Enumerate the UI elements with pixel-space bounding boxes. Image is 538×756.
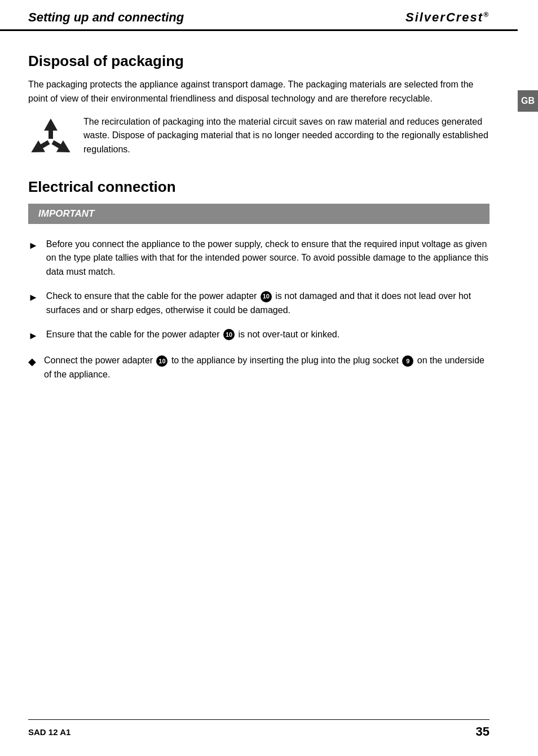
page-header: Setting up and connecting SilverCrest®	[0, 0, 518, 31]
bullet-1-text: Before you connect the appliance to the …	[46, 238, 490, 279]
bullet-4: ◆ Connect the power adapter 10 to the ap…	[28, 354, 490, 382]
page-footer: SAD 12 A1 35	[28, 719, 490, 739]
svg-marker-1	[49, 136, 73, 158]
recycle-block: The recirculation of packaging into the …	[28, 115, 490, 161]
bullet-3: ► Ensure that the cable for the power ad…	[28, 328, 490, 344]
page-number: 35	[476, 724, 490, 739]
arrow-icon-3: ►	[28, 328, 38, 344]
circle-9: 9	[402, 355, 413, 367]
recycle-text: The recirculation of packaging into the …	[83, 115, 490, 157]
bullet-2: ► Check to ensure that the cable for the…	[28, 289, 490, 318]
electrical-bullets: ► Before you connect the appliance to th…	[28, 238, 490, 382]
electrical-heading: Electrical connection	[28, 178, 490, 196]
language-tab: GB	[518, 90, 538, 112]
circle-10-2: 10	[223, 329, 235, 340]
bullet-2-text: Check to ensure that the cable for the p…	[46, 289, 490, 318]
bullet-4-text: Connect the power adapter 10 to the appl…	[44, 354, 490, 382]
svg-marker-2	[28, 136, 52, 158]
recycle-symbol-icon	[28, 116, 73, 161]
disposal-intro: The packaging protects the appliance aga…	[28, 78, 490, 106]
circle-10-1: 10	[261, 291, 272, 302]
section-title: Setting up and connecting	[28, 10, 184, 25]
svg-marker-0	[44, 118, 58, 139]
arrow-icon-2: ►	[28, 290, 38, 306]
bullet-1: ► Before you connect the appliance to th…	[28, 238, 490, 279]
important-section: IMPORTANT	[28, 204, 490, 224]
electrical-section: Electrical connection IMPORTANT ► Before…	[28, 178, 490, 382]
important-label: IMPORTANT	[28, 204, 490, 224]
circle-10-3: 10	[156, 355, 167, 367]
diamond-icon: ◆	[28, 354, 36, 370]
language-label: GB	[521, 96, 535, 106]
bullet-3-text: Ensure that the cable for the power adap…	[46, 328, 490, 342]
model-number: SAD 12 A1	[28, 727, 70, 737]
main-content: Disposal of packaging The packaging prot…	[0, 31, 518, 415]
brand-logo: SilverCrest®	[405, 10, 490, 25]
disposal-heading: Disposal of packaging	[28, 52, 490, 70]
page: GB Setting up and connecting SilverCrest…	[0, 0, 538, 756]
arrow-icon-1: ►	[28, 238, 38, 254]
